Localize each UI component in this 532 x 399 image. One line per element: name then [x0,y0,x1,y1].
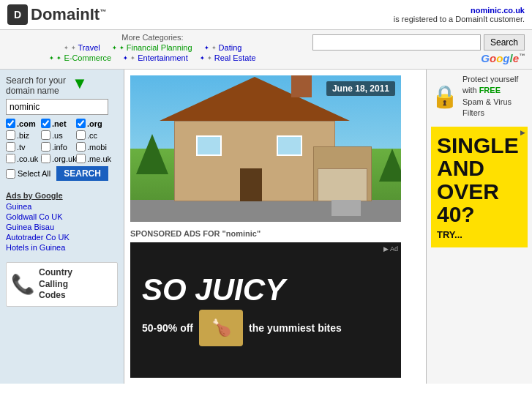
logo-icon: D [7,4,28,25]
ads-section: Ads by Google Guinea Goldwall Co UK Guin… [6,191,118,252]
featured-image [130,75,401,222]
nav-travel[interactable]: ✦Travel [64,43,100,52]
ext-us[interactable]: .us [41,130,73,140]
domain-search-title-line2: domain name [6,86,66,96]
ad-link-0[interactable]: Guinea [6,202,118,211]
select-all-label[interactable]: Select All [6,169,50,179]
nav-ecommerce[interactable]: ✦E-Commerce [49,53,111,62]
protect-line1: Protect yourself [462,75,518,83]
svg-marker-0 [160,77,350,121]
domain-search-title-line1: Search for your [6,75,66,86]
domain-search-section: Search for your domain name ▼ .com .net … [6,75,118,181]
ext-com[interactable]: .com [6,119,38,128]
ext-mobi[interactable]: .mobi [76,142,108,152]
ext-tv[interactable]: .tv [6,142,38,152]
chicken-image: 🍗 [199,310,243,346]
left-sidebar: Search for your domain name ▼ .com .net … [0,70,124,384]
date-badge: June 18, 2011 [326,81,395,96]
protect-line3: Spam & Virus [462,97,512,106]
google-brand: Google™ [481,52,525,64]
protect-line2: with [462,86,477,94]
ext-row-3: .tv .info .mobi [6,142,118,152]
top-right-info: nominic.co.uk is registered to a DomainI… [394,6,525,23]
ad-subtext-right: the yummiest bites [249,322,342,334]
sponsored-label: SPONSORED ADS FOR "nominic" [130,229,420,238]
ad-tag-icon: ▶ Ad [383,245,398,253]
right-sidebar: 🔒 Protect yourself with FREE Spam & Viru… [426,70,532,384]
phone-icon: 📞 [11,273,34,296]
main-layout: Search for your domain name ▼ .com .net … [0,70,532,384]
ad-subtext: 50-90% off 🍗 the yummiest bites [142,310,389,346]
nav-area: More Categories: ✦Travel ✦Financial Plan… [0,30,305,69]
google-search-input[interactable] [312,34,481,51]
ad-link-4[interactable]: Hotels in Guinea [6,243,118,252]
ad-link-2[interactable]: Guinea Bisau [6,223,118,231]
ext-orguk[interactable]: .org.uk [41,154,73,163]
nav-dating[interactable]: ✦Dating [204,43,242,52]
center-content: June 18, 2011 SPONSORED ADS FOR "nominic… [124,70,426,384]
ad-subtext-left: 50-90% off [142,322,193,334]
ext-net[interactable]: .net [41,119,73,128]
ad-banner[interactable]: ▶ Ad SO JUICY 50-90% off 🍗 the yummiest … [130,242,401,378]
search-outer: Search Google™ [305,30,532,69]
ext-row-4: .co.uk .org.uk .me.uk [6,154,118,163]
google-search-row: Search [312,34,525,51]
search-domain-button[interactable]: SEARCH [56,166,108,181]
country-codes-text: Country Calling Codes [39,267,72,302]
country-codes-box[interactable]: 📞 Country Calling Codes [6,262,118,307]
protect-line4: Filters [462,108,484,117]
right-ad-tag: ▶ [520,129,525,136]
registered-info: is registered to a DomainIt customer. [394,15,525,23]
nav-financial[interactable]: ✦Financial Planning [112,43,192,52]
ad-link-1[interactable]: Goldwall Co UK [6,212,118,221]
domain-search-input[interactable] [6,99,108,115]
right-ad-sub: TRY... [437,229,522,240]
ext-biz[interactable]: .biz [6,130,38,140]
ext-row-2: .biz .us .cc [6,130,118,140]
protect-free: FREE [479,86,501,94]
ext-info[interactable]: .info [41,142,73,152]
nav-inner: More Categories: ✦Travel ✦Financial Plan… [0,33,305,62]
nav-realestate[interactable]: ✦Real Estate [200,53,256,62]
protect-text: Protect yourself with FREE Spam & Virus … [462,74,518,119]
right-ad-banner[interactable]: ▶ SINGLEANDOVER40? TRY... [431,127,528,247]
nav-entertainment[interactable]: ✦Entertainment [123,53,187,62]
google-search-button[interactable]: Search [484,34,525,51]
ext-org[interactable]: .org [76,119,108,128]
select-all-row: Select All SEARCH [6,166,118,181]
right-ad-big-text: SINGLEANDOVER40? [437,134,522,226]
ads-by-google-label: Ads by Google [6,191,118,200]
nav-label: More Categories: [121,33,183,42]
header: D DomainIt™ nominic.co.uk is registered … [0,0,532,30]
ad-big-text: SO JUICY [142,275,389,305]
featured-image-container: June 18, 2011 [130,75,401,222]
ext-meuk[interactable]: .me.uk [76,154,108,163]
registered-domain: nominic.co.uk [394,6,525,15]
ad-link-3[interactable]: Autotrader Co UK [6,233,118,242]
domain-search-title: Search for your domain name ▼ [6,75,118,96]
nav-search-wrapper: More Categories: ✦Travel ✦Financial Plan… [0,30,532,70]
nav-links-row1: ✦Travel ✦Financial Planning ✦Dating [64,43,242,52]
house-roof-svg [160,77,350,121]
lock-icon: 🔒 [431,83,458,109]
arrow-down-icon: ▼ [72,75,88,92]
ext-cc[interactable]: .cc [76,130,108,140]
ext-row-1: .com .net .org [6,119,118,128]
protect-box: 🔒 Protect yourself with FREE Spam & Viru… [431,74,528,119]
ext-couk[interactable]: .co.uk [6,154,38,163]
logo: D DomainIt™ [7,4,106,25]
nav-links-row2: ✦E-Commerce ✦Entertainment ✦Real Estate [49,53,255,62]
logo-text: DomainIt™ [31,5,106,24]
